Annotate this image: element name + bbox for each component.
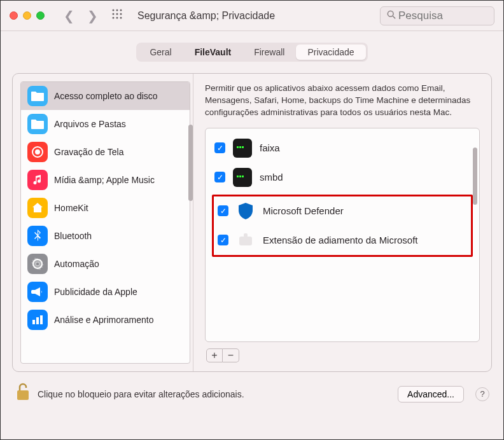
forward-button[interactable]: ❯ [83, 8, 102, 24]
target-icon [27, 142, 48, 162]
window-minimize-button[interactable] [23, 11, 31, 20]
app-label: Extensão de adiamento da Microsoft [263, 235, 417, 245]
svg-point-0 [113, 10, 115, 11]
search-icon [387, 10, 396, 22]
terminal-icon [233, 139, 252, 158]
lock-text: Clique no bloqueio para evitar alteraçõe… [38, 389, 391, 399]
svg-rect-21 [242, 146, 244, 148]
app-row[interactable]: ✓ Extensão de adiamento da Microsoft [214, 226, 471, 255]
lock-icon[interactable] [15, 382, 31, 406]
highlighted-apps: ✓ Microsoft Defender ✓ Extensão de adi [212, 195, 473, 257]
svg-point-2 [120, 10, 122, 11]
svg-rect-26 [244, 233, 248, 237]
tab-general[interactable]: Geral [138, 45, 183, 60]
app-checkbox[interactable]: ✓ [214, 142, 225, 153]
svg-point-8 [120, 17, 122, 19]
bluetooth-icon [27, 226, 48, 246]
sidebar-item-label: Publicidade da Apple [54, 287, 137, 297]
sidebar-item-label: Arquivos e Pastas [54, 119, 126, 129]
tab-filevault[interactable]: FileVault [183, 45, 243, 60]
svg-point-4 [116, 13, 118, 15]
app-row[interactable]: ✓ faixa [206, 134, 479, 163]
tab-privacy[interactable]: Privacidade [296, 45, 365, 60]
sidebar-item-label: Análise e Aprimoramento [54, 315, 153, 325]
svg-rect-25 [239, 237, 252, 245]
svg-rect-16 [32, 320, 35, 324]
svg-point-7 [116, 17, 118, 19]
tab-firewall[interactable]: Firewall [242, 45, 296, 60]
folder-icon [27, 86, 48, 106]
svg-rect-19 [237, 146, 239, 148]
music-icon [27, 170, 48, 190]
extension-icon [236, 231, 255, 250]
svg-point-15 [36, 263, 39, 266]
svg-rect-23 [239, 175, 241, 177]
svg-line-10 [393, 16, 395, 18]
svg-point-12 [35, 149, 40, 155]
sidebar-item-files-folders[interactable]: Arquivos e Pastas [21, 110, 190, 138]
sidebar-item-apple-advertising[interactable]: Publicidade da Apple [21, 278, 190, 306]
grid-icon[interactable] [107, 9, 127, 22]
sidebar-item-screen-recording[interactable]: Gravação de Tela [21, 138, 190, 166]
help-button[interactable]: ? [475, 387, 489, 401]
sidebar-item-label: Mídia &amp; Apple Music [54, 175, 155, 185]
chart-icon [27, 310, 48, 330]
app-label: smbd [260, 172, 283, 182]
svg-rect-24 [242, 175, 244, 177]
window-title: Segurança &amp; Privacidade [137, 10, 375, 22]
sidebar-item-label: Acesso completo ao disco [54, 91, 158, 101]
tab-group: Geral FileVault Firewall Privacidade [136, 43, 367, 62]
sidebar-item-full-disk-access[interactable]: Acesso completo ao disco [21, 82, 190, 110]
app-label: Microsoft Defender [263, 205, 344, 216]
app-list-scrollbar[interactable] [473, 148, 477, 205]
add-app-button[interactable]: + [206, 348, 223, 362]
sidebar-item-analytics[interactable]: Análise e Aprimoramento [21, 306, 190, 334]
sidebar-item-label: Bluetooth [54, 231, 92, 241]
remove-app-button[interactable]: − [223, 348, 239, 362]
shield-icon [236, 202, 255, 221]
gear-icon [27, 254, 48, 274]
app-label: faixa [260, 142, 280, 153]
svg-rect-17 [36, 317, 39, 324]
window-zoom-button[interactable] [36, 11, 45, 20]
advanced-button[interactable]: Advanced... [398, 386, 464, 402]
sidebar-item-automation[interactable]: Automação [21, 250, 190, 278]
search-input[interactable] [398, 10, 487, 22]
svg-point-9 [388, 11, 393, 17]
svg-point-3 [113, 13, 115, 15]
svg-rect-27 [17, 390, 29, 400]
app-checkbox[interactable]: ✓ [218, 235, 228, 245]
back-button[interactable]: ❮ [60, 8, 78, 24]
app-row[interactable]: ✓ smbd [206, 163, 479, 192]
sidebar-item-label: Gravação de Tela [54, 147, 123, 157]
app-row[interactable]: ✓ Microsoft Defender [214, 196, 471, 226]
svg-rect-22 [237, 175, 239, 177]
megaphone-icon [27, 282, 48, 302]
window-close-button[interactable] [10, 11, 18, 20]
svg-rect-18 [40, 315, 43, 324]
app-checkbox[interactable]: ✓ [218, 205, 228, 216]
app-checkbox[interactable]: ✓ [214, 172, 225, 182]
sidebar-item-homekit[interactable]: HomeKit [21, 194, 190, 222]
search-box[interactable] [380, 6, 494, 25]
sidebar-item-media-apple-music[interactable]: Mídia &amp; Apple Music [21, 166, 190, 194]
home-icon [27, 198, 48, 218]
sidebar-item-label: HomeKit [54, 203, 88, 213]
svg-point-1 [116, 10, 118, 11]
sidebar-item-label: Automação [54, 259, 99, 269]
svg-rect-20 [239, 146, 241, 148]
sidebar-item-bluetooth[interactable]: Bluetooth [21, 222, 190, 250]
svg-point-6 [113, 17, 115, 19]
privacy-description: Permitir que os aplicativos abaixo acess… [205, 83, 480, 119]
svg-point-5 [120, 13, 122, 15]
terminal-icon [233, 168, 252, 187]
sidebar-scrollbar[interactable] [188, 125, 193, 201]
folder-icon [27, 114, 48, 134]
